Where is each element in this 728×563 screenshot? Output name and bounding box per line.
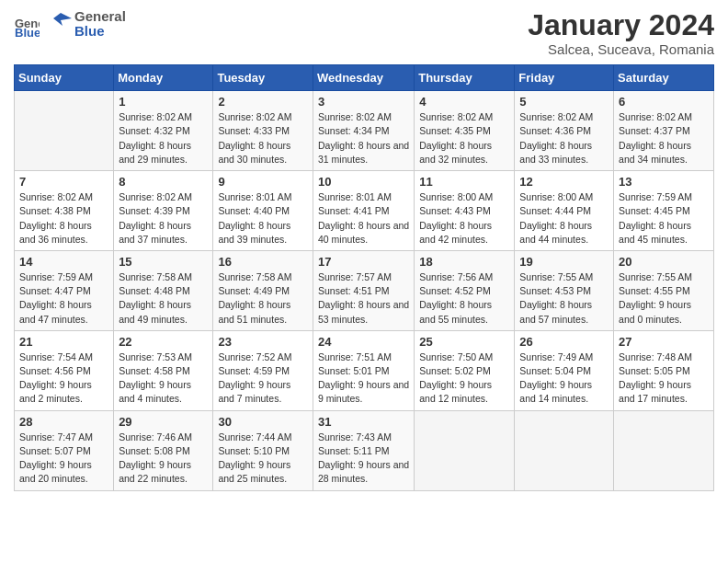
calendar-cell: 31Sunrise: 7:43 AM Sunset: 5:11 PM Dayli…: [313, 410, 414, 490]
day-number: 9: [218, 175, 308, 189]
calendar-cell: 13Sunrise: 7:59 AM Sunset: 4:45 PM Dayli…: [614, 171, 714, 251]
day-info: Sunrise: 7:57 AM Sunset: 4:51 PM Dayligh…: [318, 270, 409, 327]
calendar-cell: 1Sunrise: 8:02 AM Sunset: 4:32 PM Daylig…: [114, 91, 213, 171]
day-number: 22: [119, 335, 208, 349]
day-number: 10: [318, 175, 409, 189]
day-info: Sunrise: 7:53 AM Sunset: 4:58 PM Dayligh…: [119, 350, 208, 407]
day-info: Sunrise: 7:49 AM Sunset: 5:04 PM Dayligh…: [519, 350, 609, 407]
day-info: Sunrise: 7:48 AM Sunset: 5:05 PM Dayligh…: [619, 350, 709, 407]
day-info: Sunrise: 8:01 AM Sunset: 4:41 PM Dayligh…: [318, 190, 409, 247]
day-number: 21: [19, 335, 108, 349]
day-info: Sunrise: 8:02 AM Sunset: 4:37 PM Dayligh…: [619, 110, 709, 167]
day-info: Sunrise: 7:59 AM Sunset: 4:45 PM Dayligh…: [619, 190, 709, 247]
calendar-cell: 22Sunrise: 7:53 AM Sunset: 4:58 PM Dayli…: [114, 330, 213, 410]
day-info: Sunrise: 7:47 AM Sunset: 5:07 PM Dayligh…: [19, 431, 108, 487]
main-title: January 2024: [528, 9, 714, 41]
calendar-cell: 19Sunrise: 7:55 AM Sunset: 4:53 PM Dayli…: [515, 250, 614, 330]
column-header-monday: Monday: [114, 65, 213, 91]
logo-bird-icon: [42, 9, 72, 39]
calendar-cell: [15, 91, 114, 171]
logo: General Blue General Blue: [14, 9, 126, 39]
day-number: 29: [119, 415, 208, 429]
day-number: 8: [119, 175, 208, 189]
day-info: Sunrise: 7:55 AM Sunset: 4:53 PM Dayligh…: [519, 270, 609, 327]
column-header-tuesday: Tuesday: [213, 65, 313, 91]
column-header-sunday: Sunday: [15, 65, 114, 91]
logo-general-text: General: [74, 8, 126, 24]
day-info: Sunrise: 7:52 AM Sunset: 4:59 PM Dayligh…: [218, 350, 308, 407]
day-info: Sunrise: 8:00 AM Sunset: 4:44 PM Dayligh…: [519, 190, 609, 247]
subtitle: Salcea, Suceava, Romania: [528, 41, 714, 57]
calendar-cell: [614, 410, 714, 490]
calendar-cell: 21Sunrise: 7:54 AM Sunset: 4:56 PM Dayli…: [15, 330, 114, 410]
calendar-cell: 7Sunrise: 8:02 AM Sunset: 4:38 PM Daylig…: [15, 171, 114, 251]
day-info: Sunrise: 7:51 AM Sunset: 5:01 PM Dayligh…: [318, 350, 409, 407]
calendar-table: SundayMondayTuesdayWednesdayThursdayFrid…: [14, 64, 714, 490]
calendar-cell: 24Sunrise: 7:51 AM Sunset: 5:01 PM Dayli…: [313, 330, 414, 410]
day-number: 3: [318, 95, 409, 109]
day-info: Sunrise: 7:58 AM Sunset: 4:49 PM Dayligh…: [218, 270, 308, 327]
day-number: 26: [519, 335, 609, 349]
generalblue-logo-icon: General Blue: [14, 11, 40, 37]
calendar-week-row: 7Sunrise: 8:02 AM Sunset: 4:38 PM Daylig…: [15, 171, 714, 251]
day-number: 25: [419, 335, 509, 349]
column-header-friday: Friday: [515, 65, 614, 91]
day-number: 31: [318, 415, 409, 429]
day-number: 18: [419, 255, 509, 269]
day-info: Sunrise: 8:02 AM Sunset: 4:35 PM Dayligh…: [419, 110, 509, 167]
calendar-cell: 17Sunrise: 7:57 AM Sunset: 4:51 PM Dayli…: [313, 250, 414, 330]
calendar-cell: 20Sunrise: 7:55 AM Sunset: 4:55 PM Dayli…: [614, 250, 714, 330]
calendar-cell: 8Sunrise: 8:02 AM Sunset: 4:39 PM Daylig…: [114, 171, 213, 251]
day-number: 17: [318, 255, 409, 269]
calendar-cell: 30Sunrise: 7:44 AM Sunset: 5:10 PM Dayli…: [213, 410, 313, 490]
day-number: 7: [19, 175, 108, 189]
day-info: Sunrise: 7:58 AM Sunset: 4:48 PM Dayligh…: [119, 270, 208, 327]
calendar-week-row: 14Sunrise: 7:59 AM Sunset: 4:47 PM Dayli…: [15, 250, 714, 330]
calendar-header-row: SundayMondayTuesdayWednesdayThursdayFrid…: [15, 65, 714, 91]
calendar-cell: [515, 410, 614, 490]
day-info: Sunrise: 7:43 AM Sunset: 5:11 PM Dayligh…: [318, 431, 409, 487]
day-number: 5: [519, 95, 609, 109]
day-info: Sunrise: 8:02 AM Sunset: 4:34 PM Dayligh…: [318, 110, 409, 167]
day-info: Sunrise: 7:44 AM Sunset: 5:10 PM Dayligh…: [218, 431, 308, 487]
calendar-cell: 14Sunrise: 7:59 AM Sunset: 4:47 PM Dayli…: [15, 250, 114, 330]
day-number: 2: [218, 95, 308, 109]
day-info: Sunrise: 7:55 AM Sunset: 4:55 PM Dayligh…: [619, 270, 709, 327]
calendar-cell: 2Sunrise: 8:02 AM Sunset: 4:33 PM Daylig…: [213, 91, 313, 171]
day-number: 13: [619, 175, 709, 189]
day-info: Sunrise: 8:02 AM Sunset: 4:32 PM Dayligh…: [119, 110, 208, 167]
calendar-cell: 29Sunrise: 7:46 AM Sunset: 5:08 PM Dayli…: [114, 410, 213, 490]
svg-text:Blue: Blue: [15, 26, 40, 37]
day-info: Sunrise: 8:02 AM Sunset: 4:39 PM Dayligh…: [119, 190, 208, 247]
calendar-cell: 16Sunrise: 7:58 AM Sunset: 4:49 PM Dayli…: [213, 250, 313, 330]
day-info: Sunrise: 7:54 AM Sunset: 4:56 PM Dayligh…: [19, 350, 108, 407]
column-header-wednesday: Wednesday: [313, 65, 414, 91]
day-info: Sunrise: 7:59 AM Sunset: 4:47 PM Dayligh…: [19, 270, 108, 327]
calendar-cell: 5Sunrise: 8:02 AM Sunset: 4:36 PM Daylig…: [515, 91, 614, 171]
logo-blue-text: Blue: [74, 23, 105, 39]
day-number: 15: [119, 255, 208, 269]
calendar-cell: 12Sunrise: 8:00 AM Sunset: 4:44 PM Dayli…: [515, 171, 614, 251]
calendar-cell: 18Sunrise: 7:56 AM Sunset: 4:52 PM Dayli…: [415, 250, 515, 330]
calendar-cell: 15Sunrise: 7:58 AM Sunset: 4:48 PM Dayli…: [114, 250, 213, 330]
calendar-cell: 11Sunrise: 8:00 AM Sunset: 4:43 PM Dayli…: [415, 171, 515, 251]
calendar-week-row: 28Sunrise: 7:47 AM Sunset: 5:07 PM Dayli…: [15, 410, 714, 490]
svg-marker-3: [53, 13, 72, 26]
day-number: 19: [519, 255, 609, 269]
day-info: Sunrise: 7:56 AM Sunset: 4:52 PM Dayligh…: [419, 270, 509, 327]
header: General Blue General Blue: [14, 9, 714, 57]
calendar-cell: 10Sunrise: 8:01 AM Sunset: 4:41 PM Dayli…: [313, 171, 414, 251]
day-info: Sunrise: 8:01 AM Sunset: 4:40 PM Dayligh…: [218, 190, 308, 247]
day-number: 28: [19, 415, 108, 429]
calendar-cell: 4Sunrise: 8:02 AM Sunset: 4:35 PM Daylig…: [415, 91, 515, 171]
calendar-cell: [415, 410, 515, 490]
calendar-week-row: 1Sunrise: 8:02 AM Sunset: 4:32 PM Daylig…: [15, 91, 714, 171]
day-number: 1: [119, 95, 208, 109]
title-area: January 2024 Salcea, Suceava, Romania: [528, 9, 714, 57]
day-number: 27: [619, 335, 709, 349]
calendar-cell: 3Sunrise: 8:02 AM Sunset: 4:34 PM Daylig…: [313, 91, 414, 171]
day-number: 12: [519, 175, 609, 189]
day-info: Sunrise: 8:02 AM Sunset: 4:38 PM Dayligh…: [19, 190, 108, 247]
column-header-saturday: Saturday: [614, 65, 714, 91]
calendar-cell: 27Sunrise: 7:48 AM Sunset: 5:05 PM Dayli…: [614, 330, 714, 410]
